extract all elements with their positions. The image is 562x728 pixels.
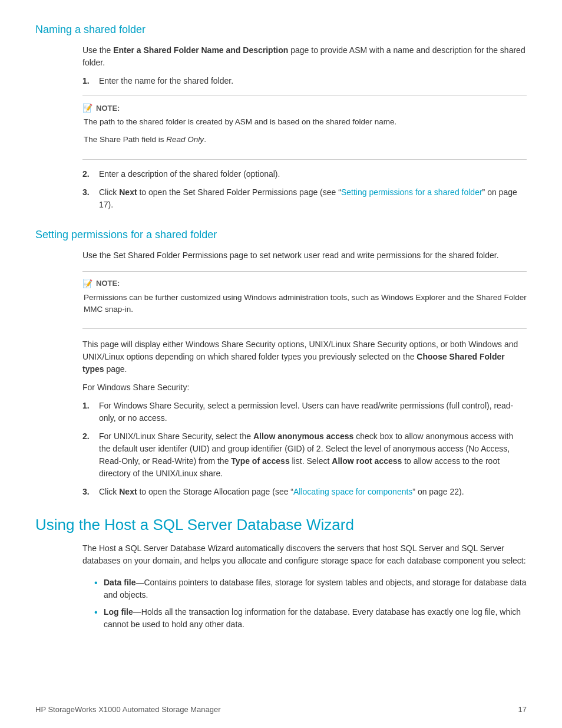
naming-heading: Naming a shared folder: [35, 24, 527, 36]
allocating-link[interactable]: Allocating space for components: [293, 487, 412, 496]
permissions-note-content: Permissions can be further customized us…: [84, 292, 527, 316]
perm-next-bold: Next: [119, 487, 137, 496]
perm-step-number-2: 2.: [82, 430, 99, 480]
allow-root-bold: Allow root access: [332, 456, 402, 466]
footer-page-number: 17: [518, 705, 527, 714]
perm-step-2-text: For UNIX/Linux Share Security, select th…: [99, 430, 527, 480]
bullet-text-1: Data file—Contains pointers to database …: [104, 577, 527, 601]
perm-step-number-1: 1.: [82, 400, 99, 424]
naming-note-header: 📝 NOTE:: [82, 103, 527, 113]
naming-step-2: 2. Enter a description of the shared fol…: [82, 168, 527, 180]
note-icon-2: 📝: [82, 279, 92, 288]
permissions-step-2: 2. For UNIX/Linux Share Security, select…: [82, 430, 527, 480]
permissions-step-3: 3. Click Next to open the Storage Alloca…: [82, 486, 527, 498]
naming-note-content: The path to the shared folder is created…: [84, 116, 527, 146]
naming-section: Naming a shared folder Use the Enter a S…: [35, 24, 527, 211]
naming-step1-wrapper: 1. Enter the name for the shared folder.: [82, 75, 527, 87]
naming-note-line2: The Share Path field is Read Only.: [84, 134, 527, 146]
step-number-2: 2.: [82, 168, 99, 180]
perm-step-number-3: 3.: [82, 486, 99, 498]
step-3-next-bold: Next: [119, 187, 137, 197]
permissions-body2: For Windows Share Security:: [82, 381, 527, 394]
permissions-step-1: 1. For Windows Share Security, select a …: [82, 400, 527, 424]
sql-wizard-bullets: • Data file—Contains pointers to databas…: [94, 577, 527, 631]
permissions-heading: Setting permissions for a shared folder: [35, 229, 527, 241]
note-label-2: NOTE:: [96, 279, 120, 288]
page-container: Naming a shared folder Use the Enter a S…: [0, 0, 562, 674]
sql-wizard-content: The Host a SQL Server Database Wizard au…: [82, 542, 527, 631]
bullet-item-2: • Log file—Holds all the transaction log…: [94, 606, 527, 631]
step-3-text: Click Next to open the Set Shared Folder…: [99, 186, 527, 211]
permissions-content: Use the Set Shared Folder Permissions pa…: [82, 249, 527, 499]
perm-step-3-text: Click Next to open the Storage Allocatio…: [99, 486, 527, 498]
step-2-text: Enter a description of the shared folder…: [99, 168, 527, 180]
type-access-bold: Type of access: [231, 456, 289, 466]
step-number-1: 1.: [82, 75, 99, 87]
choose-folder-types-bold: Choose Shared Folder types: [82, 352, 505, 374]
sql-wizard-section: Using the Host a SQL Server Database Wiz…: [35, 516, 527, 631]
step-number-3: 3.: [82, 186, 99, 211]
note-label-1: NOTE:: [96, 104, 120, 113]
permissions-steps: 1. For Windows Share Security, select a …: [82, 400, 527, 498]
naming-note-italic: Read Only: [166, 135, 204, 144]
naming-bold-text: Enter a Shared Folder Name and Descripti…: [113, 45, 288, 55]
bullet-dot-2: •: [94, 606, 104, 631]
sql-wizard-heading: Using the Host a SQL Server Database Wiz…: [35, 516, 527, 534]
log-file-bold: Log file: [104, 607, 133, 617]
perm-step-1-text: For Windows Share Security, select a per…: [99, 400, 527, 424]
footer-product-name: HP StorageWorks X1000 Automated Storage …: [35, 705, 221, 714]
bullet-text-2: Log file—Holds all the transaction log i…: [104, 606, 527, 631]
bullet-item-1: • Data file—Contains pointers to databas…: [94, 577, 527, 601]
data-file-bold: Data file: [104, 578, 135, 587]
page-footer: HP StorageWorks X1000 Automated Storage …: [0, 705, 562, 714]
permissions-note-header: 📝 NOTE:: [82, 279, 527, 288]
permissions-note-text: Permissions can be further customized us…: [84, 292, 527, 316]
naming-step-1: 1. Enter the name for the shared folder.: [82, 75, 527, 87]
step-1-text: Enter the name for the shared folder.: [99, 75, 527, 87]
note-icon: 📝: [82, 103, 92, 113]
bullet-dot-1: •: [94, 577, 104, 601]
naming-intro: Use the Enter a Shared Folder Name and D…: [82, 44, 527, 211]
naming-intro-text: Use the Enter a Shared Folder Name and D…: [82, 44, 527, 69]
naming-steps-2-3: 2. Enter a description of the shared fol…: [82, 168, 527, 211]
permissions-note-box: 📝 NOTE: Permissions can be further custo…: [82, 271, 527, 330]
naming-note-box: 📝 NOTE: The path to the shared folder is…: [82, 95, 527, 160]
permissions-body1: This page will display either Windows Sh…: [82, 338, 527, 375]
step-3-link[interactable]: Setting permissions for a shared folder: [341, 187, 482, 197]
allow-anon-bold: Allow anonymous access: [253, 431, 353, 441]
permissions-intro: Use the Set Shared Folder Permissions pa…: [82, 249, 527, 262]
sql-wizard-intro: The Host a SQL Server Database Wizard au…: [82, 542, 527, 567]
naming-note-line1: The path to the shared folder is created…: [84, 116, 527, 128]
naming-step-3: 3. Click Next to open the Set Shared Fol…: [82, 186, 527, 211]
permissions-section: Setting permissions for a shared folder …: [35, 229, 527, 499]
